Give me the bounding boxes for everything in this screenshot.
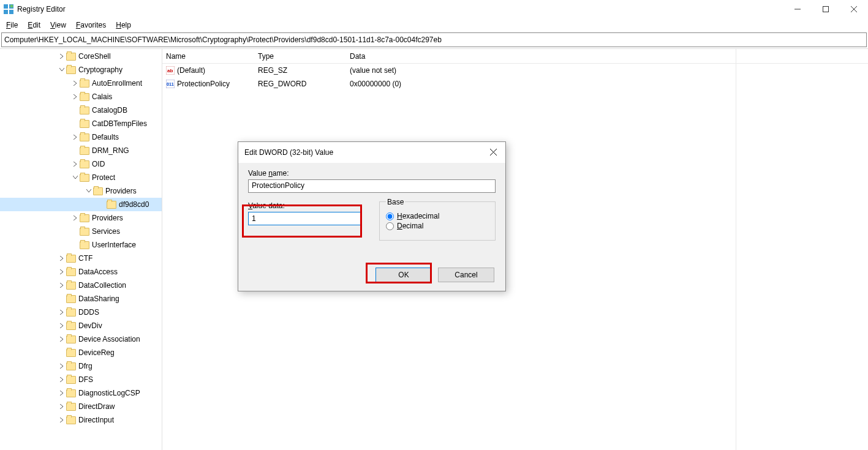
chevron-right-icon[interactable] [58, 281, 66, 290]
tree-item[interactable]: DiagnosticLogCSP [0, 386, 162, 400]
tree-item-label: CatalogDB [92, 106, 127, 114]
menu-file[interactable]: File [2, 20, 21, 30]
cancel-button[interactable]: Cancel [438, 268, 494, 282]
chevron-right-icon[interactable] [58, 416, 66, 424]
chevron-right-icon[interactable] [58, 308, 66, 317]
chevron-down-icon[interactable] [58, 66, 66, 74]
tree-item-label: Providers [105, 187, 137, 195]
svg-text:011: 011 [167, 82, 174, 86]
tree-item[interactable]: Cryptography [0, 63, 162, 77]
chevron-right-icon[interactable] [58, 375, 66, 384]
folder-icon [66, 376, 76, 384]
col-type-header[interactable]: Type [254, 52, 346, 61]
tree-item[interactable]: DirectDraw [0, 400, 162, 413]
tree-item[interactable]: Calais [0, 90, 162, 103]
tree-hscroll[interactable] [0, 440, 162, 450]
ok-button[interactable]: OK [376, 268, 432, 282]
chevron-down-icon[interactable] [71, 173, 80, 182]
tree-item[interactable]: Device Association [0, 332, 162, 346]
address-bar[interactable]: Computer\HKEY_LOCAL_MACHINE\SOFTWARE\Mic… [1, 32, 867, 47]
chevron-right-icon[interactable] [58, 52, 66, 61]
minimize-button[interactable] [783, 0, 812, 18]
tree-item[interactable]: Dfrg [0, 359, 162, 373]
chevron-right-icon[interactable] [58, 335, 66, 343]
dialog-titlebar[interactable]: Edit DWORD (32-bit) Value [238, 142, 505, 163]
chevron-right-icon[interactable] [71, 79, 80, 88]
list-row[interactable]: 011ProtectionPolicyREG_DWORD0x00000000 (… [162, 77, 868, 91]
chevron-right-icon[interactable] [71, 133, 80, 141]
radio-dec-row[interactable]: Decimal [386, 222, 489, 230]
base-legend: Base [386, 198, 405, 206]
close-button[interactable] [840, 0, 868, 18]
chevron-right-icon[interactable] [71, 92, 80, 101]
tree-item[interactable]: DirectInput [0, 413, 162, 427]
tree-item[interactable]: DataAccess [0, 265, 162, 279]
tree-item-label: DeviceReg [78, 348, 115, 357]
chevron-right-icon[interactable] [58, 321, 66, 330]
radio-decimal[interactable] [386, 222, 394, 230]
tree-item[interactable]: CTF [0, 252, 162, 265]
tree-item-label: CTF [78, 254, 92, 263]
folder-icon [66, 349, 76, 357]
tree-item-label: Services [92, 227, 120, 236]
tree-item[interactable]: Protect [0, 171, 162, 184]
list-row[interactable]: ab(Default)REG_SZ(value not set) [162, 64, 868, 77]
tree-item[interactable]: DataCollection [0, 279, 162, 292]
value-name-field[interactable]: ProtectionPolicy [248, 179, 496, 193]
tree-item[interactable]: CoreShell [0, 50, 162, 63]
window-title: Registry Editor [17, 5, 783, 13]
menu-view[interactable]: View [47, 20, 70, 30]
tree-item-label: DevDiv [78, 321, 102, 330]
value-data: 0x00000000 (0) [346, 80, 567, 88]
tree-item[interactable]: DRM_RNG [0, 144, 162, 157]
value-name-label: Value name: [248, 169, 496, 178]
tree-item[interactable]: DFS [0, 373, 162, 386]
tree-item[interactable]: CatalogDB [0, 103, 162, 117]
tree-item-label: AutoEnrollment [92, 79, 142, 88]
col-name-header[interactable]: Name [162, 52, 254, 61]
dialog-close-button[interactable] [487, 148, 499, 157]
folder-icon [66, 268, 76, 276]
menu-favorites[interactable]: Favorites [72, 20, 110, 30]
folder-icon [66, 322, 76, 330]
folder-icon [80, 228, 89, 236]
chevron-down-icon[interactable] [85, 187, 93, 195]
list-divider [736, 49, 736, 450]
tree-item[interactable]: OID [0, 157, 162, 171]
chevron-right-icon[interactable] [58, 389, 66, 397]
tree-item[interactable]: UserInterface [0, 238, 162, 252]
chevron-right-icon[interactable] [58, 254, 66, 263]
tree-item[interactable]: df9d8cd0 [0, 198, 162, 211]
tree-item[interactable]: DevDiv [0, 319, 162, 332]
value-data-input[interactable] [248, 212, 361, 225]
tree-item[interactable]: Services [0, 225, 162, 238]
menu-help[interactable]: Help [112, 20, 135, 30]
tree-item[interactable]: DeviceReg [0, 346, 162, 359]
radio-hexadecimal[interactable] [386, 212, 394, 220]
menu-edit[interactable]: Edit [24, 20, 44, 30]
tree-item[interactable]: Providers [0, 184, 162, 198]
tree-scroll[interactable]: CoreShellCryptographyAutoEnrollmentCalai… [0, 49, 162, 440]
tree-item[interactable]: DataSharing [0, 292, 162, 306]
value-data: (value not set) [346, 66, 567, 75]
tree-item-label: DFS [78, 375, 93, 384]
chevron-right-icon[interactable] [58, 402, 66, 411]
col-data-header[interactable]: Data [346, 52, 567, 61]
tree-item[interactable]: AutoEnrollment [0, 77, 162, 90]
chevron-right-icon[interactable] [71, 214, 80, 222]
string-value-icon: ab [166, 66, 175, 75]
base-fieldset: Base Hexadecimal Decimal [379, 201, 496, 241]
tree-item[interactable]: Providers [0, 211, 162, 225]
chevron-right-icon[interactable] [71, 160, 80, 168]
radio-hex-row[interactable]: Hexadecimal [386, 212, 489, 220]
maximize-button[interactable] [812, 0, 840, 18]
chevron-right-icon[interactable] [58, 268, 66, 276]
tree-item[interactable]: DDDS [0, 306, 162, 319]
tree-item[interactable]: CatDBTempFiles [0, 117, 162, 130]
tree-item-label: DataCollection [78, 281, 126, 290]
tree-item-label: Dfrg [78, 362, 92, 370]
folder-icon [66, 282, 76, 290]
tree-item[interactable]: Defaults [0, 130, 162, 144]
chevron-right-icon[interactable] [58, 362, 66, 370]
folder-icon [66, 389, 76, 397]
